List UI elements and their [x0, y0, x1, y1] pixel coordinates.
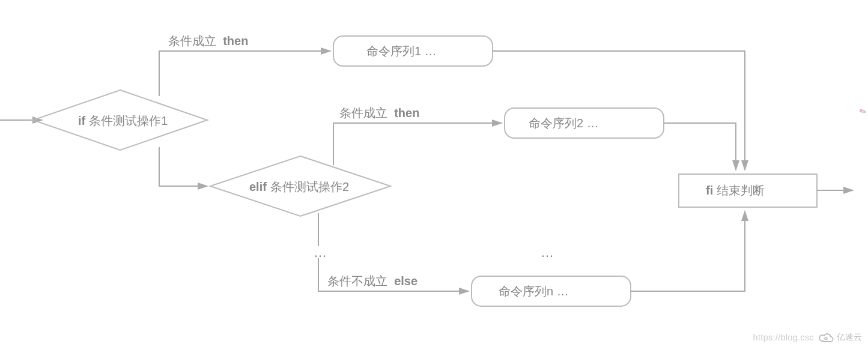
fi-end-text: 结束判断 — [717, 183, 765, 199]
if-condition-text: 条件测试操作1 — [89, 113, 168, 129]
keyword-if: if — [78, 114, 85, 128]
ellipsis-cmd: … — [541, 245, 554, 261]
keyword-fi: fi — [706, 184, 713, 198]
keyword-elif: elif — [249, 180, 267, 194]
edge-if-to-cmd1 — [159, 51, 330, 96]
edge-cmd2-to-fi — [664, 123, 736, 170]
cmdn-text: 命令序列n … — [499, 283, 569, 300]
edge-label-elif-then: 条件成立 then — [339, 105, 419, 121]
edge-cmdn-to-fi — [631, 211, 745, 291]
cmd2-text: 命令序列2 … — [529, 115, 599, 131]
svg-point-0 — [825, 337, 827, 340]
edge-elif-to-cmd2 — [333, 123, 502, 165]
logo-text: 亿速云 — [837, 332, 862, 343]
elif-condition-text: 条件测试操作2 — [270, 179, 349, 195]
elif-true-text: 条件成立 — [339, 106, 387, 119]
if-decision-text: if 条件测试操作1 — [78, 113, 168, 129]
edge-cmd1-to-fi — [493, 51, 745, 170]
keyword-then-2: then — [394, 106, 419, 119]
keyword-else: else — [394, 274, 417, 288]
edge-if-to-elif — [159, 147, 207, 186]
elif-decision-text: elif 条件测试操作2 — [249, 179, 349, 195]
cmd1-text: 命令序列1 … — [366, 43, 437, 59]
edge-label-if-then: 条件成立 then — [168, 33, 248, 49]
else-false-text: 条件不成立 — [327, 274, 387, 288]
logo: 亿速云 — [819, 331, 862, 343]
ellipsis-branch: … — [314, 245, 327, 261]
watermark-text: https://blog.csc — [753, 333, 814, 342]
cloud-icon — [819, 331, 834, 343]
fi-text: fi 结束判断 — [706, 183, 765, 199]
if-true-text: 条件成立 — [168, 34, 216, 47]
edge-label-else: 条件不成立 else — [327, 273, 417, 289]
keyword-then-1: then — [223, 34, 248, 47]
